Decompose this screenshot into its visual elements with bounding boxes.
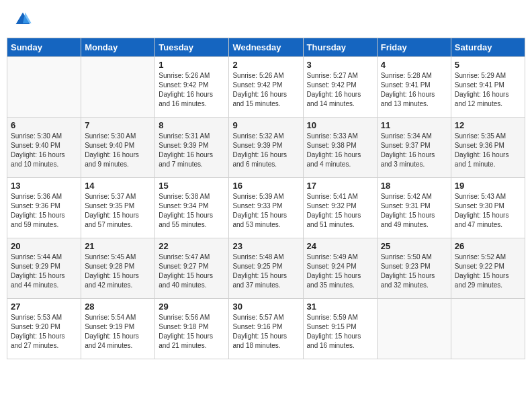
day-number: 2: [232, 60, 299, 70]
calendar-cell: 24Sunrise: 5:49 AM Sunset: 9:24 PM Dayli…: [303, 238, 377, 299]
day-info: Sunrise: 5:54 AM Sunset: 9:19 PM Dayligh…: [85, 313, 151, 351]
calendar-cell: 5Sunrise: 5:29 AM Sunset: 9:41 PM Daylig…: [451, 57, 525, 118]
day-header-sunday: Sunday: [7, 38, 81, 57]
calendar-cell: 10Sunrise: 5:33 AM Sunset: 9:38 PM Dayli…: [303, 118, 377, 178]
calendar-cell: 30Sunrise: 5:57 AM Sunset: 9:16 PM Dayli…: [229, 299, 303, 359]
day-info: Sunrise: 5:43 AM Sunset: 9:30 PM Dayligh…: [455, 192, 521, 230]
calendar-cell: 27Sunrise: 5:53 AM Sunset: 9:20 PM Dayli…: [7, 299, 81, 359]
day-info: Sunrise: 5:59 AM Sunset: 9:15 PM Dayligh…: [307, 313, 373, 351]
calendar-week-4: 20Sunrise: 5:44 AM Sunset: 9:29 PM Dayli…: [7, 238, 525, 299]
day-number: 24: [307, 241, 373, 251]
day-number: 20: [11, 241, 77, 251]
day-number: 18: [381, 181, 447, 191]
day-info: Sunrise: 5:52 AM Sunset: 9:22 PM Dayligh…: [455, 253, 521, 290]
day-info: Sunrise: 5:48 AM Sunset: 9:25 PM Dayligh…: [232, 253, 299, 290]
calendar-cell: 7Sunrise: 5:30 AM Sunset: 9:40 PM Daylig…: [81, 118, 155, 178]
day-info: Sunrise: 5:45 AM Sunset: 9:28 PM Dayligh…: [85, 253, 151, 290]
day-info: Sunrise: 5:31 AM Sunset: 9:39 PM Dayligh…: [159, 132, 225, 169]
day-header-monday: Monday: [81, 38, 155, 57]
page-header: [7, 7, 525, 32]
calendar-cell: [451, 299, 525, 359]
day-number: 13: [11, 181, 77, 191]
calendar-cell: 13Sunrise: 5:36 AM Sunset: 9:36 PM Dayli…: [7, 178, 81, 238]
day-info: Sunrise: 5:57 AM Sunset: 9:16 PM Dayligh…: [232, 313, 299, 351]
calendar-cell: 29Sunrise: 5:56 AM Sunset: 9:18 PM Dayli…: [155, 299, 229, 359]
calendar-cell: 8Sunrise: 5:31 AM Sunset: 9:39 PM Daylig…: [155, 118, 229, 178]
calendar-cell: 3Sunrise: 5:27 AM Sunset: 9:42 PM Daylig…: [303, 57, 377, 118]
day-number: 16: [232, 181, 299, 191]
calendar-cell: 21Sunrise: 5:45 AM Sunset: 9:28 PM Dayli…: [81, 238, 155, 299]
day-number: 29: [159, 302, 225, 312]
day-number: 14: [85, 181, 151, 191]
day-number: 4: [381, 60, 447, 70]
calendar-cell: 12Sunrise: 5:35 AM Sunset: 9:36 PM Dayli…: [451, 118, 525, 178]
calendar-cell: 11Sunrise: 5:34 AM Sunset: 9:37 PM Dayli…: [377, 118, 451, 178]
day-info: Sunrise: 5:41 AM Sunset: 9:32 PM Dayligh…: [307, 192, 373, 230]
day-number: 11: [381, 120, 447, 130]
calendar-cell: 6Sunrise: 5:30 AM Sunset: 9:40 PM Daylig…: [7, 118, 81, 178]
day-info: Sunrise: 5:32 AM Sunset: 9:39 PM Dayligh…: [232, 132, 299, 169]
day-info: Sunrise: 5:56 AM Sunset: 9:18 PM Dayligh…: [159, 313, 225, 351]
day-number: 28: [85, 302, 151, 312]
calendar-cell: 25Sunrise: 5:50 AM Sunset: 9:23 PM Dayli…: [377, 238, 451, 299]
calendar-cell: 20Sunrise: 5:44 AM Sunset: 9:29 PM Dayli…: [7, 238, 81, 299]
calendar-cell: 14Sunrise: 5:37 AM Sunset: 9:35 PM Dayli…: [81, 178, 155, 238]
day-header-friday: Friday: [377, 38, 451, 57]
day-info: Sunrise: 5:27 AM Sunset: 9:42 PM Dayligh…: [307, 71, 373, 109]
calendar-cell: 31Sunrise: 5:59 AM Sunset: 9:15 PM Dayli…: [303, 299, 377, 359]
day-number: 21: [85, 241, 151, 251]
day-info: Sunrise: 5:29 AM Sunset: 9:41 PM Dayligh…: [455, 71, 521, 109]
calendar-cell: [81, 57, 155, 118]
day-number: 17: [307, 181, 373, 191]
day-number: 6: [11, 120, 77, 130]
day-number: 1: [159, 60, 225, 70]
day-info: Sunrise: 5:44 AM Sunset: 9:29 PM Dayligh…: [11, 253, 77, 290]
calendar-cell: 16Sunrise: 5:39 AM Sunset: 9:33 PM Dayli…: [229, 178, 303, 238]
calendar-cell: 1Sunrise: 5:26 AM Sunset: 9:42 PM Daylig…: [155, 57, 229, 118]
calendar-cell: 2Sunrise: 5:26 AM Sunset: 9:42 PM Daylig…: [229, 57, 303, 118]
calendar-cell: 26Sunrise: 5:52 AM Sunset: 9:22 PM Dayli…: [451, 238, 525, 299]
day-number: 22: [159, 241, 225, 251]
calendar-cell: 18Sunrise: 5:42 AM Sunset: 9:31 PM Dayli…: [377, 178, 451, 238]
day-info: Sunrise: 5:35 AM Sunset: 9:36 PM Dayligh…: [455, 132, 521, 169]
calendar-week-1: 1Sunrise: 5:26 AM Sunset: 9:42 PM Daylig…: [7, 57, 525, 118]
day-info: Sunrise: 5:37 AM Sunset: 9:35 PM Dayligh…: [85, 192, 151, 230]
day-info: Sunrise: 5:36 AM Sunset: 9:36 PM Dayligh…: [11, 192, 77, 230]
day-info: Sunrise: 5:38 AM Sunset: 9:34 PM Dayligh…: [159, 192, 225, 230]
day-info: Sunrise: 5:33 AM Sunset: 9:38 PM Dayligh…: [307, 132, 373, 169]
day-header-saturday: Saturday: [451, 38, 525, 57]
calendar-cell: [7, 57, 81, 118]
day-number: 19: [455, 181, 521, 191]
calendar-cell: 15Sunrise: 5:38 AM Sunset: 9:34 PM Dayli…: [155, 178, 229, 238]
calendar-body: 1Sunrise: 5:26 AM Sunset: 9:42 PM Daylig…: [7, 57, 525, 359]
day-number: 30: [232, 302, 299, 312]
day-info: Sunrise: 5:39 AM Sunset: 9:33 PM Dayligh…: [232, 192, 299, 230]
calendar-cell: 22Sunrise: 5:47 AM Sunset: 9:27 PM Dayli…: [155, 238, 229, 299]
day-info: Sunrise: 5:34 AM Sunset: 9:37 PM Dayligh…: [381, 132, 447, 169]
calendar-header-row: SundayMondayTuesdayWednesdayThursdayFrid…: [7, 38, 525, 57]
day-header-tuesday: Tuesday: [155, 38, 229, 57]
calendar-cell: 19Sunrise: 5:43 AM Sunset: 9:30 PM Dayli…: [451, 178, 525, 238]
day-info: Sunrise: 5:26 AM Sunset: 9:42 PM Dayligh…: [159, 71, 225, 109]
day-info: Sunrise: 5:30 AM Sunset: 9:40 PM Dayligh…: [85, 132, 151, 169]
logo: [13, 10, 35, 29]
calendar-cell: [377, 299, 451, 359]
day-number: 15: [159, 181, 225, 191]
day-info: Sunrise: 5:28 AM Sunset: 9:41 PM Dayligh…: [381, 71, 447, 109]
day-number: 23: [232, 241, 299, 251]
day-info: Sunrise: 5:47 AM Sunset: 9:27 PM Dayligh…: [159, 253, 225, 290]
calendar-cell: 9Sunrise: 5:32 AM Sunset: 9:39 PM Daylig…: [229, 118, 303, 178]
day-info: Sunrise: 5:50 AM Sunset: 9:23 PM Dayligh…: [381, 253, 447, 290]
day-header-thursday: Thursday: [303, 38, 377, 57]
day-number: 31: [307, 302, 373, 312]
day-number: 8: [159, 120, 225, 130]
day-number: 9: [232, 120, 299, 130]
calendar-cell: 28Sunrise: 5:54 AM Sunset: 9:19 PM Dayli…: [81, 299, 155, 359]
day-number: 27: [11, 302, 77, 312]
day-info: Sunrise: 5:49 AM Sunset: 9:24 PM Dayligh…: [307, 253, 373, 290]
svg-marker-1: [23, 13, 32, 24]
calendar-table: SundayMondayTuesdayWednesdayThursdayFrid…: [7, 38, 525, 359]
day-number: 5: [455, 60, 521, 70]
day-info: Sunrise: 5:42 AM Sunset: 9:31 PM Dayligh…: [381, 192, 447, 230]
calendar-week-3: 13Sunrise: 5:36 AM Sunset: 9:36 PM Dayli…: [7, 178, 525, 238]
